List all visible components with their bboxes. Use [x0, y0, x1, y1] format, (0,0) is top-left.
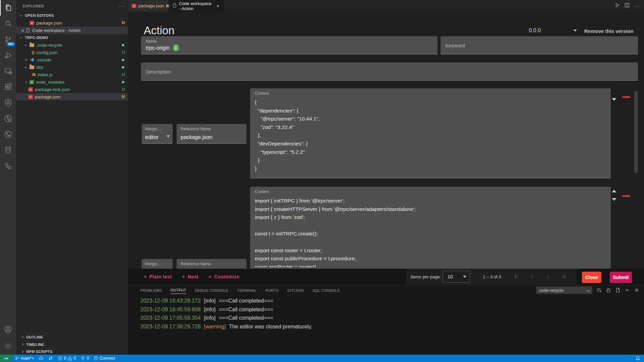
clear-output-icon[interactable]	[596, 287, 602, 293]
sidebar-more-icon[interactable]: ···	[119, 3, 125, 9]
tree-item-dist[interactable]: dist	[16, 63, 128, 71]
remove-version-button[interactable]: Remove this version	[584, 28, 634, 34]
add-plain-text-button[interactable]: + Plain text	[144, 274, 172, 279]
project-root-header[interactable]: TRPC-DEMO	[16, 34, 128, 41]
sync-icon[interactable]	[36, 355, 46, 362]
first-page-icon[interactable]	[515, 275, 519, 279]
run-debug-icon[interactable]	[0, 47, 16, 63]
outline-section[interactable]: OUTLINE	[16, 333, 128, 341]
maximize-panel-icon[interactable]	[625, 287, 630, 293]
angular-shield-icon[interactable]	[0, 95, 16, 110]
open-in-editor-icon[interactable]	[615, 287, 620, 293]
ports-item[interactable]: 0	[78, 355, 91, 362]
last-page-icon[interactable]	[561, 275, 565, 279]
npm-icon: n	[28, 95, 33, 99]
flow-nodes-icon[interactable]	[0, 158, 16, 174]
log-line: 2023-12-09 17:05:58.354 [info] ===Call c…	[140, 314, 312, 322]
version-dropdown-caret-icon[interactable]	[573, 30, 577, 32]
commit-graph-icon[interactable]	[46, 355, 55, 362]
open-editor-code-workspace-action[interactable]: × Code workspace - Action	[16, 27, 128, 34]
git-changes-dot	[122, 44, 124, 46]
split-editor-icon[interactable]	[625, 3, 630, 9]
move-up-button[interactable]	[612, 190, 616, 192]
submit-button[interactable]: Submit	[610, 272, 632, 283]
plus-icon: +	[182, 274, 185, 279]
remove-item-button[interactable]	[622, 195, 630, 197]
timeline-section[interactable]: TIMELINE	[16, 341, 128, 348]
chevron-down-icon	[20, 36, 22, 38]
account-icon[interactable]	[0, 321, 16, 338]
git-status-badge: U	[122, 87, 125, 92]
git-graph-icon[interactable]	[0, 126, 16, 142]
reference-name-field[interactable]: Reference Name package.json	[177, 124, 246, 144]
tab-code-workspace-action[interactable]: Code workspace - Action ×	[169, 0, 224, 12]
items-per-page-select[interactable]: 10	[443, 271, 470, 283]
move-down-button[interactable]	[612, 98, 616, 101]
npm-scripts-section[interactable]: NPM SCRIPTS	[16, 348, 128, 355]
close-icon[interactable]: ×	[20, 28, 26, 33]
webview-scrollbar[interactable]	[634, 91, 638, 173]
lock-icon[interactable]	[606, 287, 611, 293]
reference-name-field-2[interactable]: Reference Name	[177, 259, 246, 269]
tab-package-json[interactable]: n package.json M	[128, 0, 169, 12]
activity-bar: 3K+	[0, 0, 16, 355]
tab-gitlens[interactable]: GITLENS	[287, 287, 304, 294]
tree-item-package-json[interactable]: n package.json M	[16, 93, 128, 100]
tree-item-config-json[interactable]: {} config.json U	[16, 49, 128, 56]
tree-item-code-recycle[interactable]: .code-recycle	[16, 41, 128, 49]
run-icon[interactable]	[615, 3, 620, 9]
keyword-field[interactable]: Keyword	[441, 36, 638, 54]
remove-item-button[interactable]	[622, 96, 630, 98]
previous-page-icon[interactable]	[531, 275, 535, 278]
next-page-icon[interactable]	[546, 275, 549, 278]
database-icon[interactable]	[0, 142, 16, 158]
action-webview: Action 0.0.0 Remove this version Name tr…	[128, 12, 644, 269]
problems-item[interactable]: 0 0	[55, 355, 78, 362]
content-textarea-2[interactable]: Content import { initTRPC } from '@trpc/…	[250, 187, 611, 269]
tree-item-index-js[interactable]: JS index.js U	[16, 71, 128, 78]
tab-debug-console[interactable]: DEBUG CONSOLE	[195, 287, 229, 294]
output-channel-select[interactable]: code-recycle	[536, 286, 592, 294]
move-down-button[interactable]	[612, 198, 616, 201]
content-textarea-1[interactable]: Content { "dependencies": { "@trpc/serve…	[250, 88, 611, 178]
tree-item-node-modules[interactable]: n node_modules	[16, 78, 128, 86]
description-field[interactable]: Description	[141, 62, 638, 81]
plus-icon: +	[209, 274, 212, 279]
open-editor-package-json[interactable]: n package.json M	[16, 19, 128, 27]
sidebar-title-row: EXPLORER ···	[16, 0, 128, 12]
add-nest-button[interactable]: + Nest	[182, 274, 198, 279]
search-icon[interactable]	[0, 16, 16, 32]
bell-icon[interactable]	[633, 355, 643, 362]
explorer-icon[interactable]	[0, 0, 16, 16]
tab-ports[interactable]: PORTS	[265, 287, 278, 294]
tab-terminal[interactable]: TERMINAL	[237, 287, 257, 294]
tree-item-package-lock-json[interactable]: n package-lock.json U	[16, 86, 128, 93]
chevron-down-icon	[25, 43, 27, 46]
tab-output[interactable]: OUTPUT	[171, 287, 186, 294]
open-editors-header[interactable]: OPEN EDITORS	[16, 12, 128, 19]
source-control-icon[interactable]: 3K+	[0, 32, 16, 47]
merging-select-2[interactable]: Mergin…	[142, 259, 173, 269]
log-line: 2023-12-09 16:45:59.608 [info] ===Call c…	[140, 305, 312, 314]
close-panel-icon[interactable]	[634, 287, 639, 293]
extensions-icon[interactable]	[0, 79, 16, 95]
tab-sql-console[interactable]: SQL CONSOLE	[313, 287, 340, 294]
settings-gear-icon[interactable]	[0, 338, 16, 355]
tab-problems[interactable]: PROBLEMS	[140, 287, 162, 294]
merging-select[interactable]: Mergin… editor	[142, 124, 173, 144]
gitlens-icon[interactable]	[0, 110, 16, 126]
tree-item-vscode[interactable]: .vscode	[16, 56, 128, 63]
name-field[interactable]: Name trpc-origin	[141, 36, 438, 54]
content-text-2: import { initTRPC } from '@trpc/server';…	[255, 197, 606, 267]
close-icon[interactable]: ×	[215, 3, 221, 9]
close-button[interactable]: Close	[582, 272, 601, 283]
node-modules-icon: n	[30, 80, 34, 84]
file-icon	[26, 28, 30, 33]
git-branch-item[interactable]: main*+	[12, 355, 36, 362]
folder-icon	[30, 43, 34, 47]
remote-explorer-icon[interactable]	[0, 63, 16, 79]
more-actions-icon[interactable]: ···	[634, 3, 640, 9]
db-connect-item[interactable]: Connect	[91, 355, 118, 362]
remote-indicator[interactable]: ><	[0, 355, 12, 362]
add-customize-button[interactable]: + Customize	[209, 274, 239, 279]
